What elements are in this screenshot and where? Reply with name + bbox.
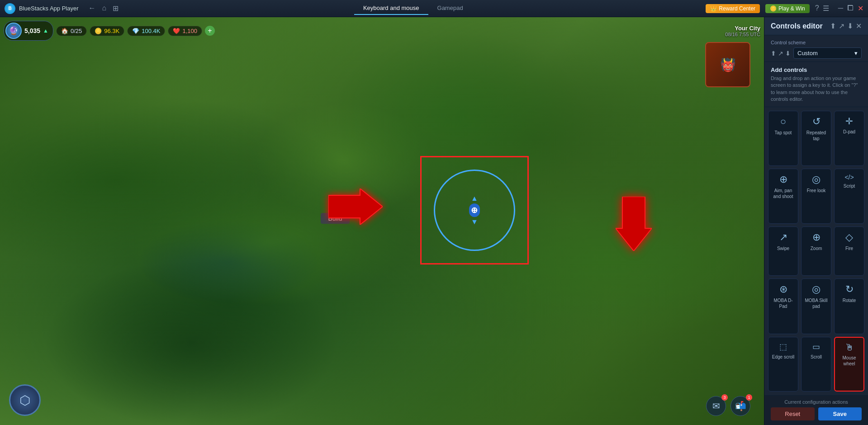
close-button[interactable]: ✕ bbox=[858, 4, 863, 13]
control-zoom[interactable]: ⊕ Zoom bbox=[801, 227, 831, 276]
player-avatar: 🔮 bbox=[5, 23, 22, 39]
help-icon[interactable]: ? bbox=[815, 4, 819, 13]
scroll-label: Scroll bbox=[811, 354, 822, 360]
repeated-tap-label: Repeated tap bbox=[803, 130, 829, 142]
reset-button[interactable]: Reset bbox=[771, 407, 815, 420]
top-right-icons: ? ☰ bbox=[815, 4, 829, 13]
game-banner[interactable]: 👹 bbox=[705, 42, 750, 87]
notification-badge: 3 bbox=[721, 394, 728, 401]
bluestacks-logo: B bbox=[5, 3, 15, 14]
red-down-arrow bbox=[616, 197, 652, 253]
control-moba-d-pad[interactable]: ⊛ MOBA D-Pad bbox=[768, 279, 798, 334]
top-bar: B BlueStacks App Player ← ⌂ ⊞ Keyboard a… bbox=[0, 0, 868, 17]
scroll-icon: ▭ bbox=[812, 342, 820, 352]
top-bar-left: B BlueStacks App Player ← ⌂ ⊞ bbox=[5, 3, 120, 14]
control-fire[interactable]: ◇ Fire bbox=[834, 227, 864, 276]
notification-badge-2: 1 bbox=[746, 394, 752, 401]
scheme-icon-1[interactable]: ⬆ bbox=[771, 50, 776, 57]
play-win-button[interactable]: 🪙 Play & Win bbox=[765, 4, 810, 13]
scheme-icon-2[interactable]: ↗ bbox=[778, 50, 783, 57]
control-d-pad[interactable]: ✛ D-pad bbox=[834, 111, 864, 166]
up-arrow-icon: ▲ bbox=[43, 28, 48, 34]
download-icon[interactable]: ⬇ bbox=[847, 22, 853, 30]
menu-icon[interactable]: ☰ bbox=[823, 4, 829, 13]
arrow-down-icon: ▼ bbox=[471, 218, 478, 226]
control-edge-scroll[interactable]: ⬚ Edge scroll bbox=[768, 337, 798, 392]
player-score: 5,035 bbox=[24, 27, 40, 34]
control-repeated-tap[interactable]: ↺ Repeated tap bbox=[801, 111, 831, 166]
notification-item[interactable]: ✉ 3 bbox=[706, 396, 726, 416]
sidebar-title: Controls editor bbox=[771, 22, 823, 30]
restore-button[interactable]: ⧠ bbox=[847, 4, 854, 13]
scheme-dropdown[interactable]: Custom ▾ bbox=[793, 47, 862, 59]
add-controls-section: Add controls Drag and drop an action on … bbox=[764, 62, 868, 107]
edge-scroll-label: Edge scroll bbox=[772, 354, 794, 360]
action-buttons: Reset Save bbox=[771, 407, 862, 420]
sidebar-header: Controls editor ⬆ ↗ ⬇ ✕ bbox=[764, 17, 868, 35]
upload-icon[interactable]: ⬆ bbox=[830, 22, 836, 30]
diamond-icon: 💎 bbox=[132, 28, 139, 34]
scheme-icon-3[interactable]: ⬇ bbox=[785, 50, 791, 57]
control-rotate[interactable]: ↻ Rotate bbox=[834, 279, 864, 334]
d-pad-icon: ✛ bbox=[845, 116, 853, 127]
script-icon: </> bbox=[844, 174, 854, 181]
reward-center-button[interactable]: 👑 Reward Center bbox=[706, 4, 760, 13]
city-datetime: 08/16 7:55 UTC bbox=[725, 32, 760, 37]
arrow-up-icon: ▲ bbox=[471, 194, 478, 203]
player-badge[interactable]: ⬡ bbox=[9, 384, 41, 416]
svg-marker-0 bbox=[328, 189, 383, 225]
moba-skill-pad-icon: ◎ bbox=[812, 283, 821, 295]
gold-value: 96.3K bbox=[104, 28, 119, 34]
tab-gamepad[interactable]: Gamepad bbox=[428, 2, 472, 15]
mouse-wheel-icon: 🖱 bbox=[845, 342, 854, 353]
house-icon: 🏠 bbox=[61, 28, 68, 34]
add-resource-button[interactable]: + bbox=[205, 26, 215, 36]
ruby-resource: ❤️ 1,100 bbox=[168, 26, 202, 36]
swipe-label: Swipe bbox=[777, 246, 789, 251]
free-look-icon: ◎ bbox=[812, 174, 821, 185]
control-script[interactable]: </> Script bbox=[834, 169, 864, 224]
edge-scroll-icon: ⬚ bbox=[779, 342, 787, 352]
add-controls-desc: Drag and drop an action on your game scr… bbox=[771, 75, 862, 103]
window-controls: ─ ⧠ ✕ bbox=[838, 4, 863, 13]
sidebar-close-icon[interactable]: ✕ bbox=[856, 22, 862, 30]
control-placement-area[interactable]: ▲ ⊕ ▼ bbox=[420, 156, 529, 264]
swipe-icon: ↗ bbox=[779, 231, 787, 243]
control-mouse-wheel[interactable]: 🖱 Mouse wheel bbox=[834, 337, 864, 392]
control-moba-skill-pad[interactable]: ◎ MOBA Skill pad bbox=[801, 279, 831, 334]
home-button[interactable]: ⌂ bbox=[100, 3, 109, 14]
controls-editor-sidebar: Controls editor ⬆ ↗ ⬇ ✕ Control scheme ⬆… bbox=[764, 17, 868, 425]
play-win-label: Play & Win bbox=[778, 5, 805, 12]
share-icon[interactable]: ↗ bbox=[839, 22, 844, 30]
control-tap-spot[interactable]: ○ Tap spot bbox=[768, 111, 798, 166]
control-circle: ▲ ⊕ ▼ bbox=[434, 170, 515, 251]
red-right-arrow bbox=[328, 189, 383, 227]
scheme-icons: ⬆ ↗ ⬇ bbox=[771, 50, 791, 57]
tab-keyboard-mouse[interactable]: Keyboard and mouse bbox=[354, 2, 428, 15]
control-scheme-section: Control scheme ⬆ ↗ ⬇ Custom ▾ bbox=[764, 35, 868, 62]
moba-skill-pad-label: MOBA Skill pad bbox=[803, 298, 829, 309]
game-area[interactable]: 🔮 5,035 ▲ 🏠 0/25 🪙 96.3K 💎 100.4 bbox=[0, 17, 764, 425]
control-scroll[interactable]: ▭ Scroll bbox=[801, 337, 831, 392]
joystick-control: ▲ ⊕ ▼ bbox=[469, 194, 480, 226]
rotate-label: Rotate bbox=[843, 298, 856, 303]
minimize-button[interactable]: ─ bbox=[838, 4, 843, 13]
ruby-icon: ❤️ bbox=[173, 28, 180, 34]
control-free-look[interactable]: ◎ Free look bbox=[801, 169, 831, 224]
back-button[interactable]: ← bbox=[87, 3, 98, 14]
scheme-name: Custom bbox=[797, 50, 818, 57]
script-label: Script bbox=[844, 183, 855, 189]
control-aim-pan-shoot[interactable]: ⊕ Aim, pan and shoot bbox=[768, 169, 798, 224]
aim-pan-shoot-label: Aim, pan and shoot bbox=[770, 188, 796, 199]
gold-resource: 🪙 96.3K bbox=[90, 26, 124, 36]
notification-item-2[interactable]: 📬 1 bbox=[730, 396, 750, 416]
save-button[interactable]: Save bbox=[818, 407, 862, 420]
city-name: Your City bbox=[725, 25, 760, 32]
top-bar-right: 👑 Reward Center 🪙 Play & Win ? ☰ ─ ⧠ ✕ bbox=[706, 4, 863, 13]
joystick-dot: ⊕ bbox=[469, 203, 480, 217]
nav-icons: ← ⌂ ⊞ bbox=[87, 3, 121, 14]
control-scheme-label: Control scheme bbox=[771, 40, 862, 45]
apps-button[interactable]: ⊞ bbox=[111, 3, 120, 14]
control-swipe[interactable]: ↗ Swipe bbox=[768, 227, 798, 276]
bottom-actions: Current configuration actions Reset Save bbox=[764, 395, 868, 425]
